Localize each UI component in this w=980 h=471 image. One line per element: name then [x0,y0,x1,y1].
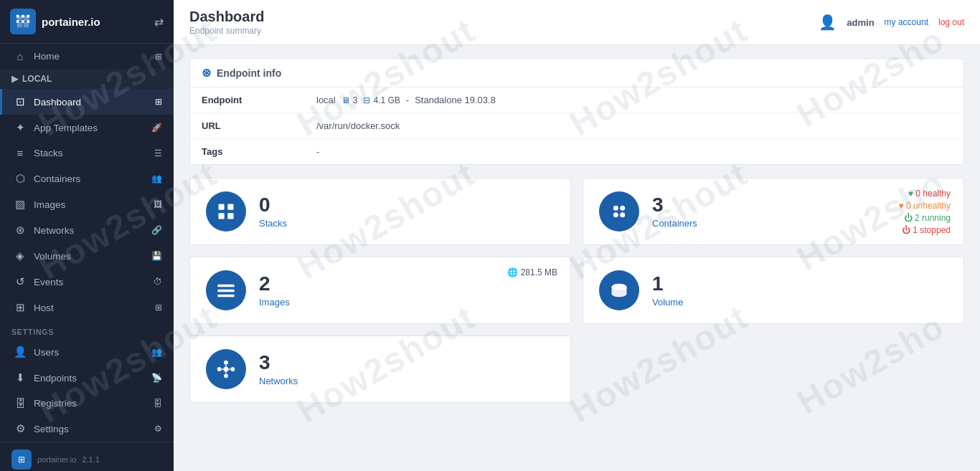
sidebar-item-dashboard[interactable]: ⊡ Dashboard ⊞ [0,89,174,115]
sidebar-item-label: Dashboard [34,97,81,108]
endpoint-info-header: ⊛ Endpoint info [190,59,963,87]
my-account-link[interactable]: my account [885,17,928,27]
containers-card[interactable]: 3 Containers ♥ 0 healthy ♥ 0 unhealthy ⏻… [583,178,964,245]
endpoint-row: Endpoint local 🖥 3 ⊟ 4.1 GB [190,87,963,113]
containers-stopped: ⏻ 1 stopped [902,225,951,235]
page-subtitle: Endpoint summary [189,26,264,36]
topbar-right: 👤 admin my account log out [819,14,964,31]
images-icon: ▨ [14,198,27,211]
networks-card[interactable]: 3 Networks [189,336,571,403]
stats-grid: 0 Stacks 3 Containers [189,178,964,403]
volume-info: 1 Volume [652,274,683,308]
sidebar-item-users[interactable]: 👤 Users 👥 [0,339,174,365]
sidebar-item-volumes[interactable]: ◈ Volumes 💾 [0,243,174,269]
sidebar-images-icon2: 🖼 [154,199,162,209]
volumes-icon: ◈ [14,249,27,262]
sidebar-users-icon2: 👥 [151,347,162,357]
sidebar-endpoints-icon2: 📡 [151,373,162,383]
sidebar-item-networks[interactable]: ⊛ Networks 🔗 [0,217,174,243]
images-card[interactable]: 2 Images 🌐 281.5 MB [189,257,571,324]
sidebar-item-registries[interactable]: 🗄 Registries 🗄 [0,391,174,416]
admin-avatar-icon: 👤 [819,14,837,31]
sidebar-item-endpoints[interactable]: ⬇ Endpoints 📡 [0,365,174,391]
sidebar-item-label: Stacks [34,148,63,158]
images-count: 2 [259,274,290,294]
sidebar-item-icon: ⊞ [155,52,162,62]
sidebar-item-label: Events [34,277,63,287]
app-templates-icon: ✦ [14,121,27,134]
sidebar-item-label: Settings [34,424,69,434]
admin-label: admin [847,17,874,28]
transfer-icon[interactable]: ⇄ [154,15,164,29]
local-label: LOCAL [22,74,52,84]
sidebar-stacks-icon2: ☰ [154,148,162,158]
local-icon: ▶ [11,74,18,84]
tags-value: - [305,139,963,165]
sidebar-item-stacks[interactable]: ≡ Stacks ☰ [0,141,174,166]
containers-icon: ⬡ [14,172,27,185]
containers-label: Containers [652,218,697,229]
svg-point-14 [230,367,235,371]
containers-healthy: ♥ 0 healthy [908,189,951,199]
svg-rect-9 [217,290,234,292]
sidebar-settings-icon2: ⚙ [154,424,162,434]
logo-icon [10,9,36,34]
svg-rect-10 [217,295,234,298]
page-title: Dashboard [189,9,264,25]
images-label: Images [259,297,290,308]
stacks-count: 0 [259,195,287,215]
sidebar-item-containers[interactable]: ⬡ Containers 👥 [0,166,174,191]
memory-value: 4.1 GB [373,95,400,105]
sidebar-events-icon2: ⏱ [154,277,162,287]
sidebar-item-icon2: ⊞ [155,97,162,107]
volume-icon-circle [599,270,639,310]
sidebar-item-images[interactable]: ▨ Images 🖼 [0,191,174,217]
sidebar-item-label: Networks [34,225,74,236]
sidebar-item-label: Users [34,347,59,358]
endpoint-label: Endpoint [190,87,305,113]
svg-rect-3 [227,213,233,219]
sidebar-item-home[interactable]: ⌂ Home ⊞ [0,44,174,69]
footer-version: 2.1.1 [82,455,99,464]
sidebar-item-icon3: 🚀 [151,123,162,133]
sidebar-item-settings[interactable]: ⚙ Settings ⚙ [0,416,174,442]
volume-count: 1 [652,274,683,294]
sidebar-item-app-templates[interactable]: ✦ App Templates 🚀 [0,115,174,141]
images-meta: 🌐 281.5 MB [507,267,557,277]
stacks-icon-circle [206,191,246,232]
url-value: /var/run/docker.sock [305,113,963,139]
networks-label: Networks [259,376,298,386]
images-info: 2 Images [259,274,290,308]
sidebar-item-label: Endpoints [34,373,77,384]
stacks-info: 0 Stacks [259,195,287,229]
images-size: 🌐 281.5 MB [507,267,557,277]
memory-icon: ⊟ [363,95,370,105]
host-icon: ⊞ [14,301,27,314]
stacks-label: Stacks [259,218,287,229]
endpoint-local: local [316,95,336,105]
svg-point-13 [217,367,222,371]
settings-icon: ⚙ [14,422,27,435]
networks-icon: ⊛ [14,224,27,237]
sidebar-item-host[interactable]: ⊞ Host ⊞ [0,295,174,320]
containers-meta: ♥ 0 healthy ♥ 0 unhealthy ⏻ 2 running ⏻ … [898,189,951,235]
sidebar-item-events[interactable]: ↺ Events ⏱ [0,269,174,295]
svg-point-4 [613,206,618,211]
networks-count: 3 [259,353,298,373]
containers-unhealthy: ♥ 0 unhealthy [898,201,951,211]
svg-rect-1 [227,204,233,210]
sidebar-networks-icon2: 🔗 [151,225,162,235]
cpu-badge: 🖥 3 [341,95,358,105]
sidebar-item-label: Volumes [34,251,71,262]
sidebar-containers-icon2: 👥 [151,173,162,184]
url-row: URL /var/run/docker.sock [190,113,963,139]
containers-icon-circle [599,191,639,232]
footer-logo-icon: ⊞ [11,449,32,470]
sidebar-item-label: Home [34,51,60,62]
standalone-label: - [406,95,409,105]
stacks-card[interactable]: 0 Stacks [189,178,571,245]
users-icon: 👤 [14,346,27,358]
sidebar-local-section: ▶ LOCAL [0,69,174,89]
log-out-link[interactable]: log out [938,17,964,27]
volume-card[interactable]: 1 Volume [583,257,964,324]
